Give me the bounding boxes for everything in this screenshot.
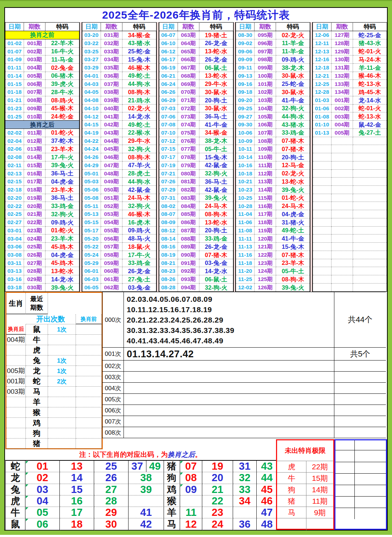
period-cell	[331, 137, 353, 145]
frequency-total: 共44个	[334, 292, 386, 347]
period-cell: 072期	[178, 104, 199, 112]
map-zodiac-name: 兔	[6, 484, 25, 495]
date-cell	[313, 259, 331, 267]
stats-post-count	[76, 355, 102, 366]
table-row: 05-15054期16-虎-木	[82, 218, 156, 226]
table-row: 02-27022期09-鸡-火	[5, 218, 79, 226]
period-cell: 114期	[255, 186, 276, 194]
code-cell: 14-龙-水	[199, 267, 233, 275]
code-cell: 36-马-土	[199, 178, 233, 186]
code-cell: 34-猴-金	[122, 31, 156, 39]
code-cell: 猪-43-水	[353, 39, 387, 47]
code-cell: 08-鸡-火	[45, 96, 79, 104]
date-cell: 01-11	[5, 64, 24, 72]
date-cell: 04-12	[82, 112, 101, 121]
code-cell: 02-龙-火	[122, 104, 156, 112]
map-zodiac-name: 牛	[6, 507, 25, 518]
map-number-cell: 06	[25, 518, 60, 530]
date-cell: 03-06	[5, 243, 24, 251]
stats-pre-count	[48, 428, 76, 439]
table-row: 12-11128期猪-43-水	[313, 39, 387, 47]
table-row: 06-05062期03-兔-金	[82, 283, 156, 291]
period-cell: 084期	[178, 202, 199, 210]
table-row	[313, 234, 387, 243]
code-cell: 15-兔-木	[276, 243, 310, 251]
period-cell: 047期	[101, 161, 122, 169]
code-cell	[353, 202, 387, 210]
table-row: 05-03049期44-狗-水	[82, 178, 156, 186]
map-number-cell: 04	[25, 495, 60, 507]
frequency-total	[334, 361, 386, 371]
code-cell	[353, 210, 387, 218]
table-row	[313, 194, 387, 202]
date-cell: 07-31	[159, 194, 178, 202]
period-cell: 009期	[24, 104, 45, 112]
table-row: 01-07002期16-牛-火	[5, 47, 79, 55]
stats-post-count	[76, 428, 102, 439]
table-row: 08-23092期14-龙-水	[159, 267, 233, 275]
page-title: 2025全年-2026年换肖前，特码统计表	[5, 8, 387, 22]
table-row: 02-22020期33-鸡-金	[5, 202, 79, 210]
stats-post-count	[76, 397, 102, 407]
code-cell: 45-鸡-木	[45, 259, 79, 267]
code-cell: 22-猴-水	[122, 129, 156, 137]
frequency-row: 006次	[102, 405, 386, 416]
code-cell: 06-鼠-土	[199, 64, 233, 72]
stats-post-count	[76, 366, 102, 376]
date-cell: 02-08	[5, 153, 24, 161]
limits-zodiac	[277, 518, 306, 530]
period-cell: 017期	[24, 178, 45, 186]
period-cell: 040期	[101, 104, 122, 112]
period-cell: 002期	[331, 104, 353, 112]
date-cell: 07-21	[159, 169, 178, 178]
code-cell: 13-蛇-水	[276, 178, 310, 186]
results-table-1: 日期期数特码换肖之前01-02001期22-羊-木01-07002期16-牛-火…	[5, 22, 79, 292]
stats-pre-count	[48, 387, 76, 397]
code-cell: 37-蛇-木	[45, 137, 79, 145]
frequency-numbers-line: 40.41.43.44.45.46.47.48.49	[127, 335, 334, 346]
code-cell: 30-鼠-水	[199, 104, 233, 112]
table-row: 05-13053期46-猴-木	[82, 210, 156, 218]
table-row: 07-08074期41-牛-金	[159, 121, 233, 129]
limits-row	[277, 518, 333, 530]
map-number-cell: 27	[94, 484, 129, 495]
period-cell: 093期	[178, 275, 199, 284]
stats-recent-period	[6, 439, 26, 449]
empty-blue-box	[334, 439, 387, 530]
code-cell: 猴-46-木	[353, 72, 387, 80]
map-zodiac-name: 狗	[164, 472, 180, 484]
date-cell	[313, 234, 331, 243]
period-cell: 004期	[24, 64, 45, 72]
code-cell: 15-兔-木	[199, 153, 233, 161]
period-cell	[331, 194, 353, 202]
blue-box-row	[335, 508, 386, 519]
period-cell: 102期	[255, 88, 276, 96]
code-cell: 13-蛇-水	[199, 47, 233, 55]
code-cell: 33-鸡-金	[45, 202, 79, 210]
table-row: 06-07063期19-猪-土	[159, 31, 233, 39]
code-cell: 36-马-土	[45, 194, 79, 202]
code-cell: 44-狗-水	[122, 80, 156, 88]
period-cell	[331, 283, 353, 291]
code-cell: 45-猴-木	[45, 104, 79, 112]
table-row: 07-29082期42-鼠-金	[159, 186, 233, 194]
code-cell: 11-羊-金	[276, 39, 310, 47]
code-cell: 43-猪-水	[122, 39, 156, 47]
date-cell: 02-02	[5, 129, 24, 137]
code-cell	[353, 153, 387, 161]
period-cell: 085期	[178, 210, 199, 218]
table-row	[313, 283, 387, 291]
code-cell: 14-龙-水	[122, 112, 156, 121]
stats-pre-count: 1次	[48, 324, 76, 335]
date-cell: 12-28	[313, 88, 331, 96]
period-cell: 075期	[178, 129, 199, 137]
stats-header-zodiac: 生肖	[6, 293, 26, 314]
period-cell	[331, 234, 353, 243]
code-cell: 03-兔-金	[122, 283, 156, 291]
map-number-cell: 39	[129, 484, 164, 495]
table-row: 02-20019期36-马-土	[5, 194, 79, 202]
period-cell: 032期	[101, 39, 122, 47]
table-row: 04-22044期29-牛-水	[82, 137, 156, 145]
period-cell: 053期	[101, 210, 122, 218]
results-table-5: 日期期数特码12-06127期蛇-25-金12-11128期猪-43-水12-1…	[313, 22, 387, 292]
